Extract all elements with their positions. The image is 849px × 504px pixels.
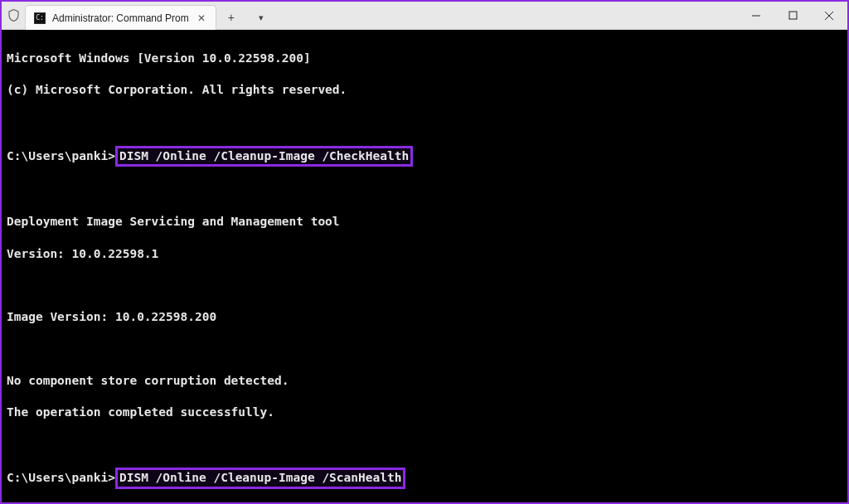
prompt-line-2: C:\Users\panki>DISM /Online /Cleanup-Ima…: [7, 468, 842, 488]
tool-header: Deployment Image Servicing and Managemen…: [7, 214, 842, 230]
copyright-line: (c) Microsoft Corporation. All rights re…: [7, 82, 842, 98]
maximize-button[interactable]: [774, 2, 811, 29]
svg-rect-1: [789, 12, 797, 19]
prompt-text: C:\Users\panki>: [7, 471, 115, 484]
highlight-cmd-2: DISM /Online /Cleanup-Image /ScanHealth: [115, 468, 405, 488]
tab-title: Administrator: Command Prom: [52, 12, 189, 24]
prompt-line-1: C:\Users\panki>DISM /Online /Cleanup-Ima…: [7, 146, 842, 167]
close-tab-button[interactable]: ✕: [196, 12, 207, 24]
prompt-text: C:\Users\panki>: [7, 149, 115, 162]
terminal-output[interactable]: Microsoft Windows [Version 10.0.22598.20…: [2, 30, 847, 502]
blank: [7, 278, 842, 293]
new-tab-button[interactable]: +: [216, 5, 246, 30]
close-window-button[interactable]: [811, 2, 847, 29]
os-version-line: Microsoft Windows [Version 10.0.22598.20…: [7, 51, 842, 66]
titlebar-drag-area[interactable]: [276, 2, 738, 29]
highlight-cmd-1: DISM /Online /Cleanup-Image /CheckHealth: [115, 146, 413, 167]
app-window: C: Administrator: Command Prom ✕ + ▾ Mic…: [0, 0, 849, 504]
minimize-button[interactable]: [738, 2, 774, 29]
tool-version: Version: 10.0.22598.1: [7, 246, 842, 262]
checkhealth-result: No component store corruption detected.: [7, 373, 842, 389]
image-version: Image Version: 10.0.22598.200: [7, 309, 842, 325]
blank: [7, 341, 842, 356]
blank: [7, 436, 842, 452]
titlebar: C: Administrator: Command Prom ✕ + ▾: [2, 2, 847, 30]
window-controls: [738, 2, 847, 29]
command-prompt-icon: C:: [34, 12, 46, 24]
blank: [7, 114, 842, 130]
op-complete: The operation completed successfully.: [7, 405, 842, 420]
shield-icon: [2, 2, 25, 29]
tab-command-prompt[interactable]: C: Administrator: Command Prom ✕: [25, 5, 216, 30]
blank: [7, 182, 842, 198]
tab-dropdown-button[interactable]: ▾: [246, 5, 276, 30]
